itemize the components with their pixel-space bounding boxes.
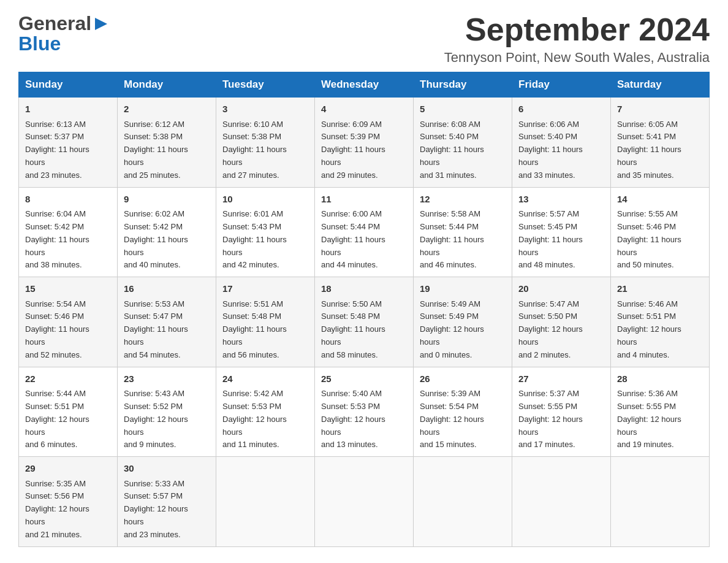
day-number: 10 — [222, 193, 308, 207]
day-number: 17 — [222, 282, 308, 296]
day-number: 14 — [617, 193, 703, 207]
table-row: 19 Sunrise: 5:49 AM Sunset: 5:49 PM Dayl… — [414, 277, 512, 367]
table-row: 9 Sunrise: 6:02 AM Sunset: 5:42 PM Dayli… — [118, 187, 216, 277]
day-number: 24 — [222, 372, 308, 386]
day-info: Sunrise: 6:05 AM Sunset: 5:41 PM Dayligh… — [617, 118, 703, 182]
day-info: Sunrise: 5:57 AM Sunset: 5:45 PM Dayligh… — [518, 208, 604, 272]
day-number: 12 — [420, 193, 506, 207]
day-info: Sunrise: 5:53 AM Sunset: 5:47 PM Dayligh… — [124, 298, 210, 362]
day-info: Sunrise: 5:55 AM Sunset: 5:46 PM Dayligh… — [617, 208, 703, 272]
day-info: Sunrise: 5:54 AM Sunset: 5:46 PM Dayligh… — [25, 298, 111, 362]
day-number: 20 — [518, 282, 604, 296]
table-row: 8 Sunrise: 6:04 AM Sunset: 5:42 PM Dayli… — [19, 187, 118, 277]
table-row: 18 Sunrise: 5:50 AM Sunset: 5:48 PM Dayl… — [315, 277, 414, 367]
table-row: 4 Sunrise: 6:09 AM Sunset: 5:39 PM Dayli… — [315, 98, 414, 187]
day-info: Sunrise: 6:13 AM Sunset: 5:37 PM Dayligh… — [25, 118, 111, 182]
day-number: 8 — [25, 193, 111, 207]
day-number: 9 — [124, 193, 210, 207]
day-number: 15 — [25, 282, 111, 296]
day-info: Sunrise: 6:06 AM Sunset: 5:40 PM Dayligh… — [518, 118, 604, 182]
table-row: 20 Sunrise: 5:47 AM Sunset: 5:50 PM Dayl… — [512, 277, 611, 367]
col-thursday: Thursday — [414, 72, 512, 98]
day-number: 13 — [518, 193, 604, 207]
table-row: 13 Sunrise: 5:57 AM Sunset: 5:45 PM Dayl… — [512, 187, 611, 277]
table-row: 27 Sunrise: 5:37 AM Sunset: 5:55 PM Dayl… — [512, 367, 611, 456]
day-info: Sunrise: 5:42 AM Sunset: 5:53 PM Dayligh… — [222, 388, 308, 451]
table-row: 7 Sunrise: 6:05 AM Sunset: 5:41 PM Dayli… — [611, 98, 710, 187]
day-info: Sunrise: 5:47 AM Sunset: 5:50 PM Dayligh… — [518, 298, 604, 362]
col-monday: Monday — [118, 72, 216, 98]
day-number: 1 — [25, 102, 111, 117]
calendar-week-row: 22 Sunrise: 5:44 AM Sunset: 5:51 PM Dayl… — [19, 367, 710, 456]
day-info: Sunrise: 5:49 AM Sunset: 5:49 PM Dayligh… — [420, 298, 506, 362]
day-number: 5 — [420, 102, 506, 117]
table-row: 2 Sunrise: 6:12 AM Sunset: 5:38 PM Dayli… — [118, 98, 216, 187]
table-row: 6 Sunrise: 6:06 AM Sunset: 5:40 PM Dayli… — [512, 98, 611, 187]
logo: General Blue — [18, 12, 111, 55]
day-info: Sunrise: 6:01 AM Sunset: 5:43 PM Dayligh… — [222, 208, 308, 272]
table-row: 24 Sunrise: 5:42 AM Sunset: 5:53 PM Dayl… — [216, 367, 315, 456]
table-row: 28 Sunrise: 5:36 AM Sunset: 5:55 PM Dayl… — [611, 367, 710, 456]
day-info: Sunrise: 6:02 AM Sunset: 5:42 PM Dayligh… — [124, 208, 210, 272]
logo-general-text: General — [18, 12, 91, 35]
logo-arrow-icon — [92, 15, 110, 33]
day-info: Sunrise: 5:40 AM Sunset: 5:53 PM Dayligh… — [321, 388, 407, 451]
table-row: 14 Sunrise: 5:55 AM Sunset: 5:46 PM Dayl… — [611, 187, 710, 277]
day-info: Sunrise: 5:37 AM Sunset: 5:55 PM Dayligh… — [518, 388, 604, 451]
day-info: Sunrise: 6:09 AM Sunset: 5:39 PM Dayligh… — [321, 118, 407, 182]
day-info: Sunrise: 5:35 AM Sunset: 5:56 PM Dayligh… — [25, 478, 111, 542]
day-number: 4 — [321, 102, 407, 117]
table-row: 23 Sunrise: 5:43 AM Sunset: 5:52 PM Dayl… — [118, 367, 216, 456]
table-row: 30 Sunrise: 5:33 AM Sunset: 5:57 PM Dayl… — [118, 457, 216, 546]
day-number: 29 — [25, 462, 111, 476]
table-row: 21 Sunrise: 5:46 AM Sunset: 5:51 PM Dayl… — [611, 277, 710, 367]
day-number: 23 — [124, 372, 210, 386]
day-info: Sunrise: 6:04 AM Sunset: 5:42 PM Dayligh… — [25, 208, 111, 272]
table-row: 3 Sunrise: 6:10 AM Sunset: 5:38 PM Dayli… — [216, 98, 315, 187]
calendar-week-row: 1 Sunrise: 6:13 AM Sunset: 5:37 PM Dayli… — [19, 98, 710, 187]
day-number: 16 — [124, 282, 210, 296]
svg-marker-0 — [95, 18, 107, 30]
day-info: Sunrise: 6:08 AM Sunset: 5:40 PM Dayligh… — [420, 118, 506, 182]
day-number: 3 — [222, 102, 308, 117]
col-tuesday: Tuesday — [216, 72, 315, 98]
day-number: 7 — [617, 102, 703, 117]
day-info: Sunrise: 5:44 AM Sunset: 5:51 PM Dayligh… — [25, 388, 111, 451]
logo-blue-text: Blue — [18, 33, 61, 55]
day-info: Sunrise: 5:39 AM Sunset: 5:54 PM Dayligh… — [420, 388, 506, 451]
month-title: September 2024 — [444, 12, 710, 47]
table-row: 16 Sunrise: 5:53 AM Sunset: 5:47 PM Dayl… — [118, 277, 216, 367]
day-number: 27 — [518, 372, 604, 386]
table-row — [611, 457, 710, 546]
table-row — [216, 457, 315, 546]
day-info: Sunrise: 5:51 AM Sunset: 5:48 PM Dayligh… — [222, 298, 308, 362]
table-row: 25 Sunrise: 5:40 AM Sunset: 5:53 PM Dayl… — [315, 367, 414, 456]
day-number: 30 — [124, 462, 210, 476]
calendar-table: Sunday Monday Tuesday Wednesday Thursday… — [18, 72, 710, 546]
table-row — [512, 457, 611, 546]
table-row — [315, 457, 414, 546]
day-info: Sunrise: 5:36 AM Sunset: 5:55 PM Dayligh… — [617, 388, 703, 451]
calendar-header-row: Sunday Monday Tuesday Wednesday Thursday… — [19, 72, 710, 98]
title-area: September 2024 Tennyson Point, New South… — [444, 12, 710, 66]
day-number: 11 — [321, 193, 407, 207]
day-number: 6 — [518, 102, 604, 117]
col-friday: Friday — [512, 72, 611, 98]
day-info: Sunrise: 6:10 AM Sunset: 5:38 PM Dayligh… — [222, 118, 308, 182]
table-row: 12 Sunrise: 5:58 AM Sunset: 5:44 PM Dayl… — [414, 187, 512, 277]
day-number: 2 — [124, 102, 210, 117]
col-saturday: Saturday — [611, 72, 710, 98]
calendar-week-row: 29 Sunrise: 5:35 AM Sunset: 5:56 PM Dayl… — [19, 457, 710, 546]
day-info: Sunrise: 5:33 AM Sunset: 5:57 PM Dayligh… — [124, 478, 210, 542]
day-number: 28 — [617, 372, 703, 386]
day-info: Sunrise: 6:12 AM Sunset: 5:38 PM Dayligh… — [124, 118, 210, 182]
table-row: 26 Sunrise: 5:39 AM Sunset: 5:54 PM Dayl… — [414, 367, 512, 456]
table-row — [414, 457, 512, 546]
col-sunday: Sunday — [19, 72, 118, 98]
table-row: 29 Sunrise: 5:35 AM Sunset: 5:56 PM Dayl… — [19, 457, 118, 546]
day-info: Sunrise: 5:50 AM Sunset: 5:48 PM Dayligh… — [321, 298, 407, 362]
day-info: Sunrise: 6:00 AM Sunset: 5:44 PM Dayligh… — [321, 208, 407, 272]
table-row: 10 Sunrise: 6:01 AM Sunset: 5:43 PM Dayl… — [216, 187, 315, 277]
page-header: General Blue September 2024 Tennyson Poi… — [18, 12, 710, 66]
col-wednesday: Wednesday — [315, 72, 414, 98]
